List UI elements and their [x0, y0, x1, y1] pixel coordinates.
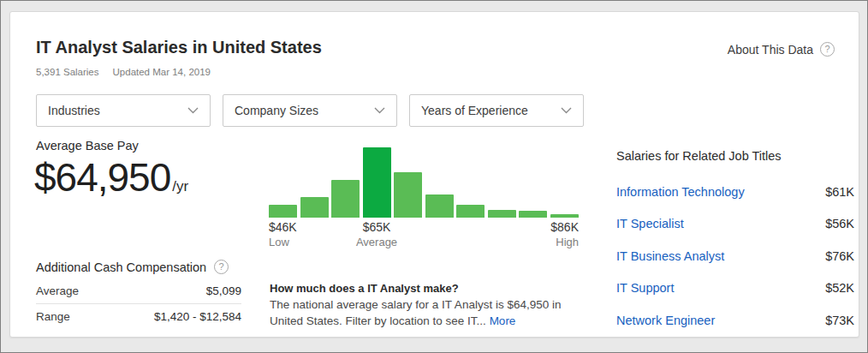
histogram-bar[interactable]	[550, 214, 579, 218]
chevron-down-icon	[561, 107, 572, 114]
histogram-labels: $46K Low $65K Average $86K High	[269, 220, 579, 249]
filter-bar: Industries Company Sizes Years of Experi…	[36, 94, 584, 127]
average-value: $65K	[325, 220, 428, 234]
histogram-bar[interactable]	[300, 197, 329, 218]
table-row: Range $1,420 - $12,584	[36, 304, 241, 329]
list-item: Information Technology $61K	[616, 176, 854, 208]
related-job-titles-panel: Salaries for Related Job Titles Informat…	[616, 149, 854, 337]
histogram-bar[interactable]	[519, 211, 547, 218]
histogram-bar[interactable]	[425, 194, 454, 218]
job-link-it-support[interactable]: IT Support	[616, 281, 674, 295]
list-item: IT Support $52K	[616, 272, 854, 305]
industries-dropdown[interactable]: Industries	[36, 94, 211, 127]
updated-date: Updated Mar 14, 2019	[113, 67, 211, 77]
related-jobs-heading: Salaries for Related Job Titles	[616, 149, 854, 163]
additional-comp-label: Additional Cash Compensation	[36, 260, 206, 274]
histogram-bar[interactable]	[394, 172, 422, 218]
job-salary: $52K	[825, 281, 854, 295]
job-link-network-engineer[interactable]: Network Engineer	[616, 314, 715, 327]
salary-card: IT Analyst Salaries in United States Abo…	[9, 11, 859, 338]
list-item: Network Engineer $73K	[616, 304, 854, 337]
histogram-bar[interactable]	[331, 180, 360, 218]
histogram-bar[interactable]	[456, 205, 485, 218]
histogram-bar[interactable]	[363, 147, 391, 218]
question-icon[interactable]: ?	[820, 42, 835, 57]
about-this-data-label: About This Data	[728, 43, 813, 57]
comp-range-label: Range	[36, 310, 70, 323]
company-sizes-dropdown[interactable]: Company Sizes	[223, 94, 397, 127]
job-salary: $56K	[825, 217, 854, 230]
histogram-high-label: $86K High	[550, 220, 579, 248]
question-icon[interactable]: ?	[214, 260, 229, 274]
list-item: IT Specialist $56K	[616, 208, 854, 241]
description-question: How much does a IT Analyst make?	[270, 280, 588, 296]
list-item: IT Business Analyst $76K	[616, 240, 854, 272]
job-link-it-specialist[interactable]: IT Specialist	[616, 217, 684, 230]
chevron-down-icon	[187, 107, 199, 114]
job-link-it-business-analyst[interactable]: IT Business Analyst	[616, 249, 724, 263]
high-value: $86K	[550, 220, 579, 234]
salaries-count: 5,391 Salaries	[36, 67, 99, 77]
more-link[interactable]: More	[490, 314, 516, 327]
subtitle: 5,391 Salaries Updated Mar 14, 2019	[36, 67, 211, 77]
salary-histogram	[269, 147, 579, 218]
salary-description: How much does a IT Analyst make? The nat…	[270, 280, 588, 329]
page-title: IT Analyst Salaries in United States	[36, 38, 322, 57]
average-base-pay-heading: Average Base Pay	[36, 139, 139, 153]
additional-comp-table: Average $5,099 Range $1,420 - $12,584	[36, 278, 241, 329]
description-body: The national average salary for a IT Ana…	[270, 298, 561, 327]
histogram-bar[interactable]	[269, 205, 297, 218]
base-pay-period: /yr	[172, 178, 188, 194]
average-caption: Average	[325, 236, 428, 248]
histogram-low-label: $46K Low	[269, 220, 297, 248]
chevron-down-icon	[374, 107, 385, 114]
company-sizes-dropdown-label: Company Sizes	[235, 104, 318, 117]
average-base-pay-amount: $64,950/yr	[34, 154, 188, 200]
job-link-information-technology[interactable]: Information Technology	[616, 185, 745, 199]
comp-average-label: Average	[36, 284, 79, 297]
job-salary: $73K	[825, 314, 854, 327]
job-salary: $61K	[825, 185, 854, 199]
comp-average-value: $5,099	[206, 284, 241, 297]
histogram-average-label: $65K Average	[325, 220, 428, 248]
low-caption: Low	[269, 236, 297, 248]
comp-range-value: $1,420 - $12,584	[154, 310, 241, 323]
years-of-experience-dropdown-label: Years of Experience	[421, 104, 528, 117]
low-value: $46K	[269, 220, 297, 234]
about-this-data-link[interactable]: About This Data ?	[728, 42, 835, 57]
salary-page: IT Analyst Salaries in United States Abo…	[0, 0, 868, 353]
high-caption: High	[550, 236, 579, 248]
table-row: Average $5,099	[36, 278, 241, 304]
base-pay-value: $64,950	[34, 155, 170, 200]
histogram-bar[interactable]	[488, 210, 516, 218]
job-salary: $76K	[825, 249, 854, 263]
years-of-experience-dropdown[interactable]: Years of Experience	[409, 94, 584, 127]
additional-cash-compensation-heading: Additional Cash Compensation ?	[36, 260, 229, 274]
industries-dropdown-label: Industries	[48, 104, 100, 117]
